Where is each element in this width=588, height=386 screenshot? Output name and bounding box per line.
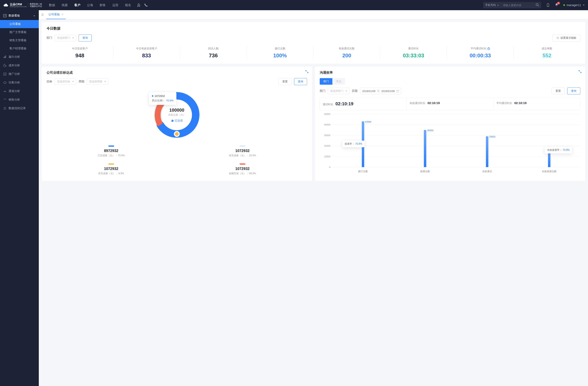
sidebar-sub-2[interactable]: 销售主管看板 [0, 36, 39, 44]
svg-point-2 [548, 6, 548, 6]
comm-reset-button[interactable]: 重置 [552, 88, 565, 95]
x-label: 有效接通次数 [518, 170, 580, 173]
nav-item-4[interactable]: 财务 [99, 0, 106, 10]
seg-dept[interactable]: 部门 [320, 78, 332, 85]
sidebar-sub-0[interactable]: 公司看板 [0, 20, 39, 28]
stat-label: 有效通话次数 [314, 47, 380, 50]
legend-item: 1072932应完成量（元）|8.9% [46, 163, 176, 175]
notifications-button[interactable]: 5 [555, 3, 558, 7]
svg-rect-9 [397, 90, 399, 92]
donut-status: 已达成 [171, 119, 183, 122]
bar-value-label: 29000 [489, 135, 496, 138]
nav-item-5[interactable]: 运营 [111, 0, 119, 10]
status-indicator [563, 4, 565, 6]
seg-person[interactable]: 个人 [332, 78, 345, 85]
sidebar-item-2[interactable]: 推广分析 [0, 70, 39, 78]
target-select[interactable]: 请选择目标 [55, 78, 76, 85]
stat-value: 00:00:33 [447, 52, 513, 59]
comm-query-button[interactable]: 查询 [567, 88, 580, 95]
user-name: manager11 [567, 3, 581, 7]
performance-reset-button[interactable]: 重置 [278, 78, 292, 85]
stat-item: 今日有效首咨客户833 [113, 46, 180, 59]
stat-label: 成交单数 [514, 47, 580, 50]
sidebar-icon [3, 81, 6, 84]
cloud-icon [3, 3, 9, 7]
top-header: 云朵CRM www.yunduocrm.com 教育机构一站式服务云平台 数据线… [0, 0, 588, 10]
performance-panel: 公司业绩目标达成 目标 请选择目标 周期 请选择周期 重置 查询 [42, 66, 312, 181]
y-tick: 0 [329, 166, 330, 168]
x-label: 拨打次数 [332, 170, 394, 173]
donut-center-sub: 目标总量（元） [168, 113, 185, 117]
date-range-picker[interactable]: 2018/01/08 至 2018/01/08 [360, 88, 401, 94]
nav-item-0[interactable]: 数据 [48, 0, 56, 10]
nav-item-1[interactable]: 线索 [61, 0, 69, 10]
communication-kpis: 通话时长02:10:19有效通话时长02:10:19平均通话时长02:10:19 [320, 98, 580, 110]
today-query-button[interactable]: 查询 [79, 35, 92, 41]
sidebar-item-6[interactable]: 数据流转记录 [0, 104, 39, 113]
mobile-icon[interactable] [546, 3, 550, 7]
sidebar-sub-3[interactable]: 客户经理看板 [0, 44, 39, 53]
bar-group: 18000 [518, 114, 580, 167]
sidebar-group-dashboard[interactable]: 数据看板 [0, 11, 39, 20]
target-label: 目标 [46, 80, 52, 83]
period-label: 周期 [79, 80, 84, 83]
sidebar-sub-1[interactable]: 推广主管看板 [0, 28, 39, 36]
sidebar-toggle-icon[interactable]: ☰ [41, 13, 44, 16]
user-menu[interactable]: manager11 [563, 3, 585, 7]
donut-center-value: 100000 [169, 108, 184, 113]
sidebar-item-0[interactable]: 漏斗分析 [0, 53, 39, 61]
nav-item-6[interactable]: 报名 [124, 0, 132, 10]
add-user-icon[interactable] [137, 3, 141, 7]
expand-icon[interactable] [305, 70, 308, 73]
sidebar-item-5[interactable]: 销售分析 [0, 96, 39, 104]
comm-kpi: 通话时长02:10:19 [320, 98, 407, 110]
stat-value: 948 [46, 52, 113, 59]
stat-item: 有效通话次数200 [314, 46, 380, 59]
search-type-select[interactable]: 手机号码 ▾ [483, 3, 501, 7]
legend-item: 1072932未完成量（元）|20.9% [178, 145, 307, 157]
phone-icon[interactable] [144, 3, 148, 7]
stat-label: 平均通话时长 [447, 47, 513, 50]
sidebar-item-4[interactable]: 渠道分析 [0, 87, 39, 96]
logo-subtitle: 教育机构一站式服务云平台 [28, 3, 42, 7]
today-card: 今日数据 部门 请选择部门 查询 设置显示指标 今日首咨客户948今日有效首咨客… [42, 22, 585, 64]
bar-value-label: 35000 [427, 129, 433, 132]
content-scroll: 今日数据 部门 请选择部门 查询 设置显示指标 今日首咨客户948今日有效首咨客… [39, 19, 588, 386]
settings-indicators-button[interactable]: 设置显示指标 [552, 35, 580, 41]
stat-label: 通话时长 [380, 47, 447, 50]
help-icon [487, 47, 490, 50]
nav-item-2[interactable]: 客户 [74, 0, 81, 10]
performance-title: 公司业绩目标达成 [46, 71, 307, 75]
comm-dept-select[interactable]: 请选择部门 [328, 88, 349, 94]
search-button[interactable] [533, 3, 541, 7]
nav-item-3[interactable]: 公海 [86, 0, 94, 10]
y-tick: 30000 [324, 134, 330, 136]
performance-query-button[interactable]: 查询 [294, 78, 307, 85]
today-stats-row: 今日首咨客户948今日有效首咨客户833回访人数736拨打次数100%有效通话次… [46, 46, 580, 59]
sidebar-icon [3, 90, 6, 93]
tab-close-icon[interactable]: ✕ [62, 13, 63, 16]
sidebar-item-3[interactable]: 访客分析 [0, 78, 39, 87]
expand-icon[interactable] [579, 70, 582, 73]
sidebar-item-1[interactable]: 成本分析 [0, 61, 39, 70]
tab-label: 公司看板 [48, 13, 60, 16]
logo[interactable]: 云朵CRM www.yunduocrm.com 教育机构一站式服务云平台 [3, 3, 42, 8]
gear-icon [556, 37, 559, 39]
stat-item: 通话时长03:33:03 [380, 46, 447, 59]
communication-controls: 部门 请选择部门 日期 2018/01/08 至 2018/01/08 重置 [320, 88, 580, 95]
calendar-icon [396, 90, 399, 92]
stat-item: 回访人数736 [180, 46, 247, 59]
stat-label: 回访人数 [180, 47, 247, 50]
svg-point-0 [536, 3, 538, 6]
bar: 29000 [486, 136, 488, 167]
stat-label: 今日有效首咨客户 [113, 47, 180, 50]
logo-text: 云朵CRM [10, 3, 27, 6]
x-label: 有效通话 [456, 170, 518, 173]
dept-select[interactable]: 请选择部门 [55, 35, 76, 41]
search-input[interactable] [501, 4, 533, 7]
period-select[interactable]: 请选择周期 [87, 78, 108, 85]
comm-dept-label: 部门 [320, 89, 325, 93]
donut-tooltip: 1072932 所占比例：70.9% [149, 92, 176, 105]
performance-legend: 8972932已完成量（元）|70.9%1072932未完成量（元）|20.9%… [46, 145, 307, 175]
tab-company-dashboard[interactable]: 公司看板 ✕ [46, 10, 65, 19]
